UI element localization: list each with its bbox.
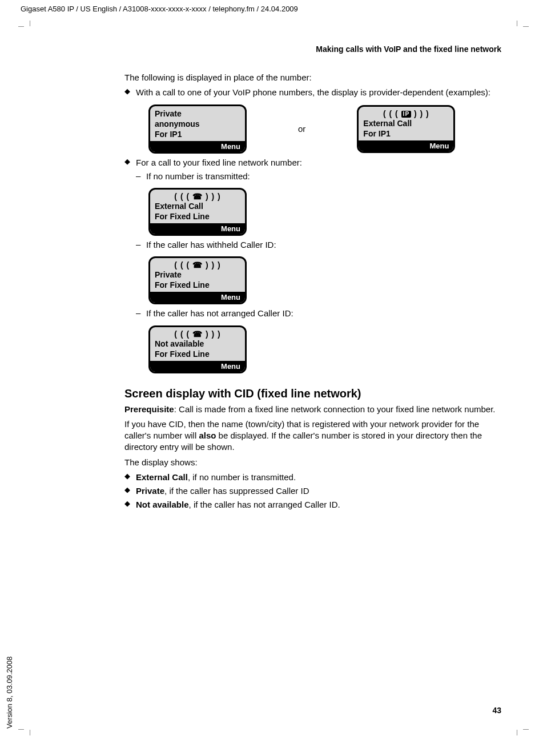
ring-right: ) ) ): [206, 260, 221, 270]
dash-icon: –: [136, 239, 146, 249]
bullet-text: Private, if the caller has suppressed Ca…: [136, 485, 501, 497]
bullet-text: Not available, if the caller has not arr…: [136, 499, 501, 510]
ring-left: ( ( (: [174, 192, 190, 201]
crop-mark: [30, 21, 30, 26]
bullet-icon: ◆: [124, 485, 136, 494]
phone-icon: ☎: [192, 260, 203, 270]
screens-row: Private anonymous For IP1 Menu or ( ( ( …: [148, 104, 501, 154]
screen-line: For IP1: [155, 130, 240, 139]
ring-indicator: ( ( ( ☎ ) ) ): [155, 329, 240, 339]
ring-indicator: ( ( ( ☎ ) ) ): [155, 192, 240, 201]
screen-line: Private: [155, 109, 240, 118]
doc-path-header: Gigaset A580 IP / US English / A31008-xx…: [21, 5, 298, 13]
shows-rest: , if the caller has suppressed Caller ID: [164, 486, 309, 496]
section-heading: Screen display with CID (fixed line netw…: [124, 387, 501, 400]
cid-text-bold: also: [199, 431, 216, 440]
crop-mark: [517, 21, 517, 26]
ring-right: ) ) ): [206, 329, 221, 339]
bullet-text: For a call to your fixed line network nu…: [136, 157, 501, 168]
or-separator: or: [298, 124, 305, 134]
screen-menu-label: Menu: [359, 140, 453, 151]
crop-mark: [30, 730, 30, 735]
crop-mark: [18, 729, 24, 730]
bullet-icon: ◆: [124, 157, 136, 166]
intro-text: The following is displayed in place of t…: [124, 72, 501, 83]
bullet-text: External Call, if no number is transmitt…: [136, 472, 501, 483]
phone-screen-fixed-private: ( ( ( ☎ ) ) ) Private For Fixed Line Men…: [148, 256, 247, 304]
dash-text: If no number is transmitted:: [146, 171, 501, 182]
version-footer: Version 8, 03.09.2008: [5, 657, 14, 729]
shows-rest: , if no number is transmitted.: [188, 472, 296, 482]
ring-indicator: ( ( ( IP ) ) ): [363, 109, 449, 118]
main-content: The following is displayed in place of t…: [124, 69, 501, 513]
phone-screen-fixed-external: ( ( ( ☎ ) ) ) External Call For Fixed Li…: [148, 188, 247, 236]
bullet-icon: ◆: [124, 499, 136, 508]
phone-icon: ☎: [192, 192, 203, 201]
screen-line: For IP1: [363, 129, 449, 138]
crop-mark: [517, 730, 517, 735]
prereq-label: Prerequisite: [124, 404, 174, 414]
dash-item: – If the caller has withheld Caller ID:: [136, 239, 501, 251]
bullet-icon: ◆: [124, 87, 136, 95]
screen-menu-label: Menu: [150, 361, 245, 372]
shows-bold: Private: [136, 486, 164, 496]
ring-right: ) ) ): [206, 192, 221, 201]
ring-left: ( ( (: [383, 109, 399, 118]
screen-line: For Fixed Line: [155, 212, 240, 221]
phone-screen-voip-private: Private anonymous For IP1 Menu: [148, 104, 247, 154]
screen-line: Not available: [155, 339, 240, 348]
prereq-body: : Call is made from a fixed line network…: [174, 404, 496, 414]
screen-menu-label: Menu: [150, 141, 245, 152]
ring-right: ) ) ): [414, 109, 429, 118]
ring-indicator: ( ( ( ☎ ) ) ): [155, 260, 240, 270]
dash-item: – If the caller has not arranged Caller …: [136, 308, 501, 319]
dash-item: – If no number is transmitted:: [136, 171, 501, 182]
screen-line: anonymous: [155, 119, 240, 128]
running-head: Making calls with VoIP and the fixed lin…: [316, 45, 501, 54]
ring-left: ( ( (: [174, 329, 190, 339]
crop-mark: [523, 26, 529, 27]
bullet-item: ◆ Not available, if the caller has not a…: [124, 499, 501, 510]
crop-mark: [523, 729, 529, 730]
bullet-item: ◆ With a call to one of your VoIP phone …: [124, 87, 501, 98]
shows-bold: External Call: [136, 472, 188, 482]
screen-line: For Fixed Line: [155, 349, 240, 359]
screen-menu-label: Menu: [150, 223, 245, 234]
phone-icon: ☎: [192, 329, 203, 339]
shows-bold: Not available: [136, 500, 189, 509]
page-number: 43: [492, 706, 501, 715]
ring-left: ( ( (: [174, 260, 190, 270]
ip-icon: IP: [401, 111, 411, 118]
bullet-item: ◆ Private, if the caller has suppressed …: [124, 485, 501, 497]
dash-text: If the caller has not arranged Caller ID…: [146, 308, 501, 319]
prerequisite-text: Prerequisite: Call is made from a fixed …: [124, 404, 501, 415]
cid-paragraph: If you have CID, then the name (town/cit…: [124, 419, 501, 453]
dash-icon: –: [136, 171, 146, 180]
phone-screen-voip-external: ( ( ( IP ) ) ) External Call For IP1 Men…: [357, 105, 455, 153]
screen-line: For Fixed Line: [155, 280, 240, 289]
screen-line: External Call: [363, 119, 449, 128]
shows-intro: The display shows:: [124, 457, 501, 468]
bullet-item: ◆ External Call, if no number is transmi…: [124, 472, 501, 483]
phone-screen-fixed-notavail: ( ( ( ☎ ) ) ) Not available For Fixed Li…: [148, 325, 247, 373]
screen-line: External Call: [155, 202, 240, 211]
crop-mark: [18, 26, 24, 27]
dash-text: If the caller has withheld Caller ID:: [146, 239, 501, 251]
screen-menu-label: Menu: [150, 292, 245, 303]
screen-line: Private: [155, 270, 240, 279]
dash-icon: –: [136, 308, 146, 317]
shows-rest: , if the caller has not arranged Caller …: [189, 500, 340, 509]
bullet-item: ◆ For a call to your fixed line network …: [124, 157, 501, 168]
bullet-text: With a call to one of your VoIP phone nu…: [136, 87, 501, 98]
bullet-icon: ◆: [124, 472, 136, 480]
